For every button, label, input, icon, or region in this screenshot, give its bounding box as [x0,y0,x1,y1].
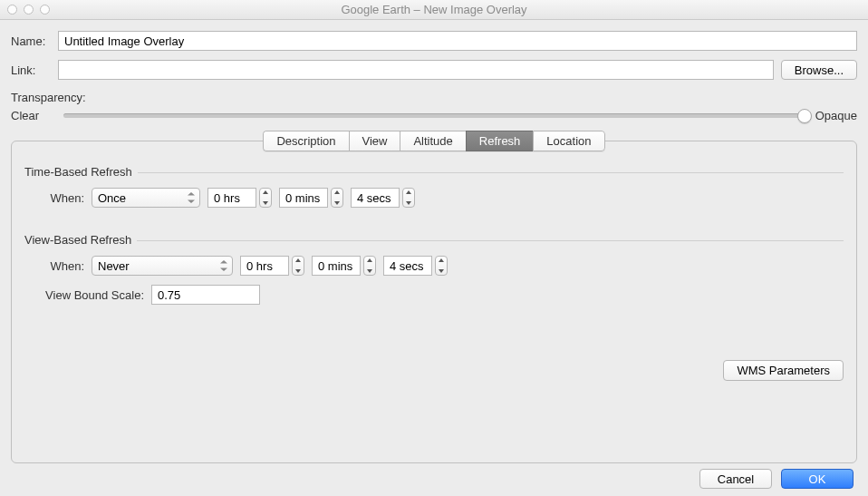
tab-description[interactable]: Description [263,131,348,151]
transparency-slider[interactable] [63,106,805,124]
cancel-button[interactable]: Cancel [699,469,772,489]
view-mins-stepper[interactable] [363,256,376,276]
transparency-opaque-label: Opaque [814,109,857,122]
view-bound-scale-label: View Bound Scale: [37,288,144,302]
window-title: Google Earth – New Image Overlay [0,3,868,16]
time-hrs-input[interactable] [207,188,256,208]
tab-refresh[interactable]: Refresh [466,131,534,151]
browse-button[interactable]: Browse... [781,60,857,80]
transparency-clear-label: Clear [11,109,54,122]
view-hrs-input[interactable] [240,256,289,276]
time-hrs-stepper[interactable] [259,188,272,208]
window-titlebar: Google Earth – New Image Overlay [0,0,868,20]
view-when-label: When: [37,259,84,273]
view-secs-input[interactable] [383,256,432,276]
name-label: Name: [11,34,54,48]
name-input[interactable] [58,31,857,51]
view-when-select[interactable]: Never [92,256,233,276]
time-mins-input[interactable] [279,188,328,208]
window-traffic-lights [0,5,50,15]
time-mins-stepper[interactable] [331,188,343,208]
wms-parameters-button[interactable]: WMS Parameters [723,360,844,381]
zoom-icon[interactable] [40,5,50,15]
minimize-icon[interactable] [24,5,34,15]
tab-bar: Description View Altitude Refresh Locati… [263,131,604,151]
transparency-heading: Transparency: [11,91,857,104]
time-based-refresh-section: Time-Based Refresh When: Once [24,165,844,217]
view-based-refresh-title: View-Based Refresh [24,233,137,247]
tab-location[interactable]: Location [533,131,604,151]
time-secs-input[interactable] [351,188,400,208]
transparency-slider-thumb[interactable] [797,109,812,123]
time-when-select[interactable]: Once [92,188,200,208]
link-label: Link: [11,63,54,77]
tab-view[interactable]: View [349,131,400,151]
time-secs-stepper[interactable] [402,188,415,208]
view-based-refresh-section: View-Based Refresh When: Never [24,233,844,314]
view-secs-stepper[interactable] [435,256,448,276]
ok-button[interactable]: OK [781,469,854,489]
link-input[interactable] [58,60,774,80]
view-hrs-stepper[interactable] [292,256,304,276]
tab-altitude[interactable]: Altitude [400,131,465,151]
view-mins-input[interactable] [312,256,361,276]
time-based-refresh-title: Time-Based Refresh [24,165,138,179]
settings-panel: Description View Altitude Refresh Locati… [11,141,857,463]
view-bound-scale-input[interactable] [151,285,260,305]
dialog-footer: Cancel OK [11,463,857,489]
close-icon[interactable] [7,5,17,15]
time-when-label: When: [37,191,84,205]
